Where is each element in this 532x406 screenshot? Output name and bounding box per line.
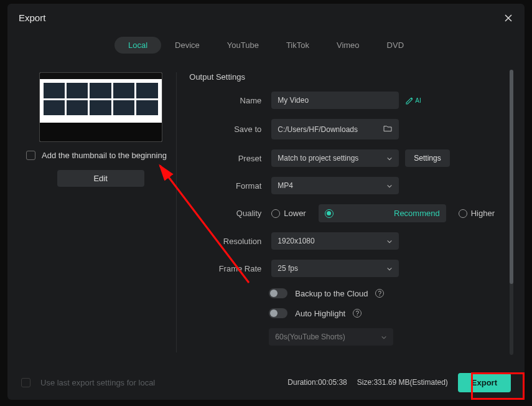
vertical-divider xyxy=(176,72,177,352)
name-input[interactable] xyxy=(271,92,399,109)
use-last-settings-label: Use last export settings for local xyxy=(40,378,155,387)
duration-info: Duration:00:05:38 xyxy=(287,378,347,387)
output-settings-heading: Output Settings xyxy=(189,72,495,82)
quality-recommend-radio[interactable]: Recommend xyxy=(319,204,446,222)
video-thumbnail[interactable] xyxy=(39,72,162,142)
quality-lower-radio[interactable]: Lower xyxy=(271,209,306,218)
tab-device[interactable]: Device xyxy=(161,37,213,54)
titlebar: Export xyxy=(7,4,525,27)
chevron-down-icon xyxy=(386,155,393,161)
chevron-down-icon xyxy=(386,265,393,271)
edit-thumbnail-button[interactable]: Edit xyxy=(57,170,144,187)
ai-name-icon[interactable]: AI xyxy=(405,95,421,105)
export-dialog: Export Local Device YouTube TikTok Vimeo… xyxy=(7,4,525,400)
scrollbar[interactable] xyxy=(510,70,513,355)
chevron-down-icon xyxy=(386,182,393,189)
output-settings-panel: Output Settings Name AI Save to C:/Users… xyxy=(184,60,513,365)
chevron-down-icon xyxy=(381,334,387,340)
close-icon[interactable] xyxy=(503,13,513,23)
tab-local[interactable]: Local xyxy=(114,37,161,54)
preset-settings-button[interactable]: Settings xyxy=(405,149,449,167)
quality-higher-radio[interactable]: Higher xyxy=(459,209,495,218)
name-label: Name xyxy=(189,96,271,105)
help-icon[interactable]: ? xyxy=(353,309,362,318)
auto-highlight-preset-select: 60s(YouTube Shorts) xyxy=(269,328,393,346)
add-thumbnail-checkbox[interactable] xyxy=(26,151,35,160)
format-label: Format xyxy=(189,181,271,191)
tab-vimeo[interactable]: Vimeo xyxy=(323,37,373,54)
backup-cloud-toggle[interactable] xyxy=(269,288,287,298)
help-icon[interactable]: ? xyxy=(375,289,384,298)
format-select[interactable]: MP4 xyxy=(271,177,399,194)
framerate-label: Frame Rate xyxy=(189,264,271,273)
export-tabs: Local Device YouTube TikTok Vimeo DVD xyxy=(7,37,525,54)
auto-highlight-toggle[interactable] xyxy=(269,308,287,318)
resolution-select[interactable]: 1920x1080 xyxy=(271,232,399,250)
quality-label: Quality xyxy=(189,209,271,218)
saveto-label: Save to xyxy=(189,125,271,134)
chevron-down-icon xyxy=(386,238,393,244)
framerate-select[interactable]: 25 fps xyxy=(271,260,399,277)
folder-icon[interactable] xyxy=(383,123,393,135)
resolution-label: Resolution xyxy=(189,237,271,246)
thumbnail-panel: Add the thumbnail to the beginning Edit xyxy=(25,60,176,365)
tab-youtube[interactable]: YouTube xyxy=(213,37,273,54)
add-thumbnail-label: Add the thumbnail to the beginning xyxy=(42,151,167,160)
dialog-title: Export xyxy=(19,12,503,23)
auto-highlight-label: Auto Highlight xyxy=(295,309,345,318)
preset-label: Preset xyxy=(189,154,271,163)
use-last-settings-checkbox[interactable] xyxy=(21,378,30,387)
dialog-footer: Use last export settings for local Durat… xyxy=(7,365,525,400)
tab-tiktok[interactable]: TikTok xyxy=(273,37,323,54)
size-info: Size:331.69 MB(Estimated) xyxy=(357,378,448,387)
preset-select[interactable]: Match to project settings xyxy=(271,149,399,167)
saveto-path[interactable]: C:/Users/HF/Downloads xyxy=(271,119,399,139)
export-button[interactable]: Export xyxy=(458,373,511,392)
tab-dvd[interactable]: DVD xyxy=(373,37,418,54)
backup-cloud-label: Backup to the Cloud xyxy=(295,289,368,298)
